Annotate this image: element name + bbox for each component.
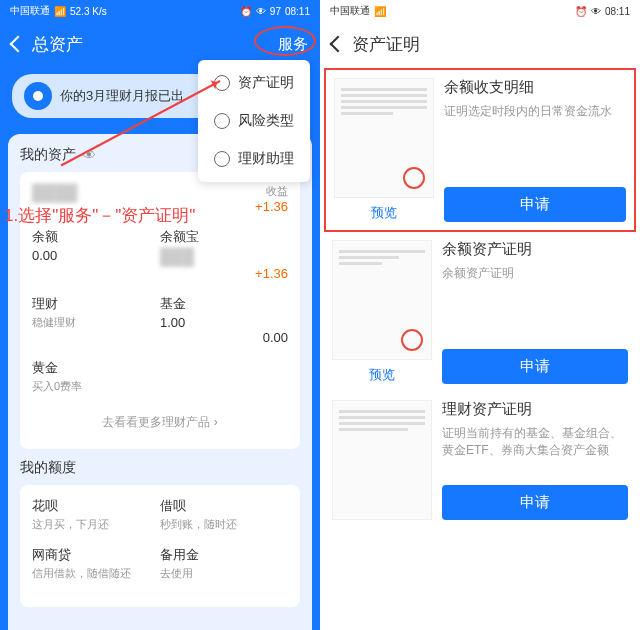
doc-balance-detail: 预览 余额收支明细 证明选定时段内的日常资金流水 申请 — [324, 68, 636, 232]
status-bar: 中国联通📶52.3 K/s ⏰👁9708:11 — [0, 0, 320, 22]
back-icon[interactable] — [10, 36, 27, 53]
header: 资产证明 — [320, 22, 640, 66]
apply-button[interactable]: 申请 — [442, 485, 628, 520]
preview-link[interactable]: 预览 — [332, 366, 432, 384]
annotation-1: 1.选择"服务"－"资产证明" — [8, 204, 195, 227]
more-products-link[interactable]: 去看看更多理财产品 › — [32, 408, 288, 437]
headset-icon — [214, 151, 230, 167]
status-bar: 中国联通📶 ⏰👁08:11 — [320, 0, 640, 22]
stamp-icon — [401, 329, 423, 351]
dropdown-assistant[interactable]: 理财助理 — [198, 140, 310, 178]
total-amount: ████ — [32, 184, 160, 202]
annotation-circle — [254, 26, 316, 56]
doc-title: 理财资产证明 — [442, 400, 628, 419]
preview-link[interactable]: 预览 — [334, 204, 434, 222]
doc-desc: 余额资产证明 — [442, 265, 628, 341]
stamp-icon — [403, 167, 425, 189]
doc-balance-proof: 预览 余额资产证明 余额资产证明 申请 — [332, 240, 628, 384]
my-quota-title: 我的额度 — [20, 459, 300, 477]
doc-desc: 证明当前持有的基金、基金组合、黄金ETF、券商大集合资产金额 — [442, 425, 628, 477]
doc-title: 余额资产证明 — [442, 240, 628, 259]
doc-desc: 证明选定时段内的日常资金流水 — [444, 103, 626, 179]
doc-title: 余额收支明细 — [444, 78, 626, 97]
doc-thumbnail[interactable] — [334, 78, 434, 198]
apply-button[interactable]: 申请 — [444, 187, 626, 222]
dropdown-risk-type[interactable]: 风险类型 — [198, 102, 310, 140]
apply-button[interactable]: 申请 — [442, 349, 628, 384]
shield-icon — [214, 113, 230, 129]
doc-wealth-proof: 理财资产证明 证明当前持有的基金、基金组合、黄金ETF、券商大集合资产金额 申请 — [332, 400, 628, 520]
eye-icon — [24, 82, 52, 110]
doc-thumbnail[interactable] — [332, 400, 432, 520]
doc-thumbnail[interactable] — [332, 240, 432, 360]
page-title: 资产证明 — [352, 33, 628, 56]
back-icon[interactable] — [330, 36, 347, 53]
page-title: 总资产 — [32, 33, 278, 56]
